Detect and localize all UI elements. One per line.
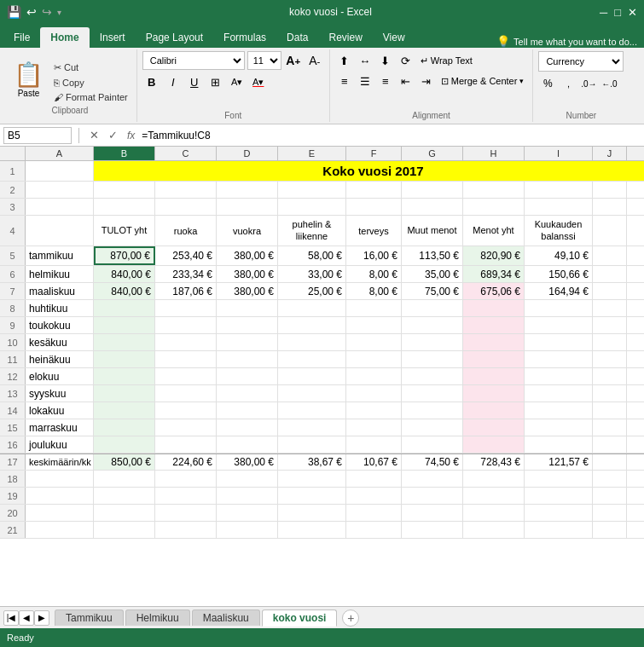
cell-d11[interactable] bbox=[217, 351, 278, 367]
cell-b2[interactable] bbox=[94, 182, 155, 198]
cell-d15[interactable] bbox=[217, 419, 278, 436]
cell-d19[interactable] bbox=[217, 488, 278, 504]
cell-j13[interactable] bbox=[593, 385, 627, 401]
cell-c21[interactable] bbox=[155, 522, 217, 538]
bold-button[interactable]: B bbox=[142, 72, 161, 91]
cell-i8[interactable] bbox=[525, 300, 593, 316]
sheet-tab-tammikuu[interactable]: Tammikuu bbox=[55, 609, 124, 626]
cell-h5[interactable]: 820,90 € bbox=[463, 246, 525, 265]
cancel-formula-icon[interactable]: ✕ bbox=[86, 129, 102, 142]
decrease-decimal-btn[interactable]: ←.0 bbox=[600, 74, 618, 93]
cell-h16[interactable] bbox=[463, 436, 525, 453]
accept-formula-icon[interactable]: ✓ bbox=[105, 129, 120, 142]
wrap-text-button[interactable]: ↵ Wrap Text bbox=[417, 54, 476, 68]
cell-g18[interactable] bbox=[402, 471, 463, 487]
cell-f18[interactable] bbox=[346, 471, 402, 487]
cell-i15[interactable] bbox=[525, 419, 593, 436]
cell-reference-box[interactable] bbox=[3, 127, 72, 144]
cell-g16[interactable] bbox=[402, 436, 463, 453]
cell-g20[interactable] bbox=[402, 505, 463, 521]
col-header-g[interactable]: G bbox=[402, 147, 463, 160]
cell-h8[interactable] bbox=[463, 300, 525, 316]
tab-review[interactable]: Review bbox=[318, 27, 372, 48]
cell-d5[interactable]: 380,00 € bbox=[217, 246, 278, 265]
cell-h3[interactable] bbox=[463, 199, 525, 215]
cell-h6[interactable]: 689,34 € bbox=[463, 266, 525, 282]
cell-g19[interactable] bbox=[402, 488, 463, 504]
percent-btn[interactable]: % bbox=[538, 74, 557, 93]
col-header-j[interactable]: J bbox=[593, 147, 627, 160]
cell-b4[interactable]: TULOT yht bbox=[94, 216, 155, 246]
cell-g17[interactable]: 74,50 € bbox=[402, 454, 463, 470]
cell-a5[interactable]: tammikuu bbox=[26, 246, 94, 265]
cell-e16[interactable] bbox=[278, 436, 346, 453]
cell-h4[interactable]: Menot yht bbox=[463, 216, 525, 246]
cell-f17[interactable]: 10,67 € bbox=[346, 454, 402, 470]
cell-a13[interactable]: syyskuu bbox=[26, 385, 94, 401]
cell-c13[interactable] bbox=[155, 385, 217, 401]
row-num-19[interactable]: 19 bbox=[0, 488, 26, 504]
cell-g12[interactable] bbox=[402, 368, 463, 384]
cell-d4[interactable]: vuokra bbox=[217, 216, 278, 246]
cell-b17[interactable]: 850,00 € bbox=[94, 454, 155, 470]
cell-f15[interactable] bbox=[346, 419, 402, 436]
cell-e20[interactable] bbox=[278, 505, 346, 521]
cell-a15[interactable]: marraskuu bbox=[26, 419, 94, 436]
text-orient-btn[interactable]: ⟳ bbox=[397, 51, 415, 70]
cell-j21[interactable] bbox=[593, 522, 627, 538]
cell-f6[interactable]: 8,00 € bbox=[346, 266, 402, 282]
cell-h17[interactable]: 728,43 € bbox=[463, 454, 525, 470]
middle-align-btn[interactable]: ↔ bbox=[356, 51, 374, 70]
cell-e17[interactable]: 38,67 € bbox=[278, 454, 346, 470]
cell-e10[interactable] bbox=[278, 334, 346, 350]
cut-button[interactable]: ✂ Cut bbox=[50, 61, 131, 75]
cell-i9[interactable] bbox=[525, 317, 593, 333]
sheet-tab-koko-vuosi[interactable]: koko vuosi bbox=[262, 609, 338, 627]
cell-b10[interactable] bbox=[94, 334, 155, 350]
cell-h19[interactable] bbox=[463, 488, 525, 504]
cell-c19[interactable] bbox=[155, 488, 217, 504]
cell-a6[interactable]: helmikuu bbox=[26, 266, 94, 282]
cell-c11[interactable] bbox=[155, 351, 217, 367]
cell-i16[interactable] bbox=[525, 436, 593, 453]
row-num-3[interactable]: 3 bbox=[0, 199, 26, 215]
cell-e18[interactable] bbox=[278, 471, 346, 487]
cell-j3[interactable] bbox=[593, 199, 627, 215]
tab-insert[interactable]: Insert bbox=[90, 27, 136, 48]
close-btn[interactable]: ✕ bbox=[628, 6, 637, 19]
row-num-14[interactable]: 14 bbox=[0, 402, 26, 419]
cell-i6[interactable]: 150,66 € bbox=[525, 266, 593, 282]
cell-j9[interactable] bbox=[593, 317, 627, 333]
cell-i20[interactable] bbox=[525, 505, 593, 521]
cell-j17[interactable] bbox=[593, 454, 627, 470]
row-num-18[interactable]: 18 bbox=[0, 471, 26, 487]
col-header-h[interactable]: H bbox=[463, 147, 525, 160]
cell-j15[interactable] bbox=[593, 419, 627, 436]
cell-c18[interactable] bbox=[155, 471, 217, 487]
cell-j14[interactable] bbox=[593, 402, 627, 419]
cell-b21[interactable] bbox=[94, 522, 155, 538]
cell-g2[interactable] bbox=[402, 182, 463, 198]
cell-e4[interactable]: puhelin & liikenne bbox=[278, 216, 346, 246]
col-header-d[interactable]: D bbox=[217, 147, 278, 160]
cell-i13[interactable] bbox=[525, 385, 593, 401]
cell-i12[interactable] bbox=[525, 368, 593, 384]
cell-e5[interactable]: 58,00 € bbox=[278, 246, 346, 265]
cell-a2[interactable] bbox=[26, 182, 94, 198]
cell-h7[interactable]: 675,06 € bbox=[463, 283, 525, 299]
cell-j19[interactable] bbox=[593, 488, 627, 504]
cell-h2[interactable] bbox=[463, 182, 525, 198]
tab-file[interactable]: File bbox=[3, 27, 40, 48]
cell-c10[interactable] bbox=[155, 334, 217, 350]
cell-g21[interactable] bbox=[402, 522, 463, 538]
save-icon[interactable]: 💾 bbox=[7, 5, 21, 19]
cell-a12[interactable]: elokuu bbox=[26, 368, 94, 384]
cell-d21[interactable] bbox=[217, 522, 278, 538]
cell-i14[interactable] bbox=[525, 402, 593, 419]
tab-formulas[interactable]: Formulas bbox=[213, 27, 276, 48]
cell-d20[interactable] bbox=[217, 505, 278, 521]
col-header-b[interactable]: B bbox=[94, 147, 155, 160]
col-header-a[interactable]: A bbox=[26, 147, 94, 160]
cell-f4[interactable]: terveys bbox=[346, 216, 402, 246]
cell-j12[interactable] bbox=[593, 368, 627, 384]
